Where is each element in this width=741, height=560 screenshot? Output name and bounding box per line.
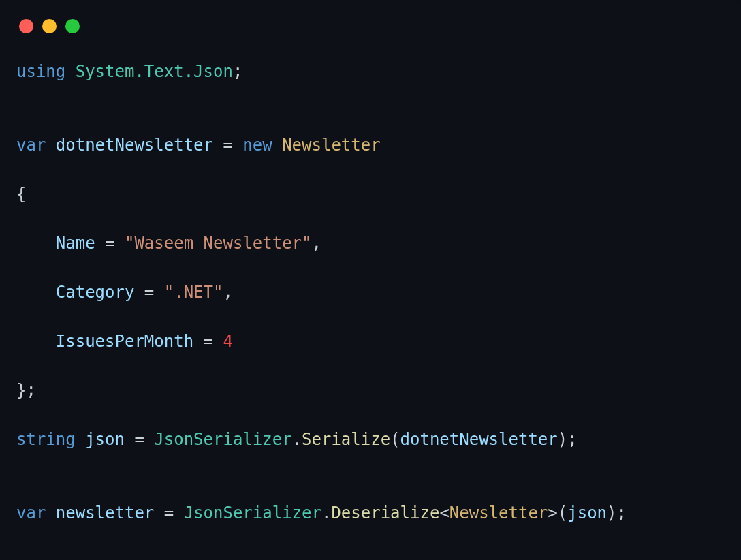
code-line: Name = "Waseem Newsletter", bbox=[16, 231, 725, 255]
method-name: Serialize bbox=[302, 430, 390, 449]
semicolon: ; bbox=[233, 62, 242, 81]
type-name: Newsletter bbox=[450, 503, 548, 523]
minimize-icon[interactable] bbox=[42, 19, 57, 33]
code-line: var newsletter = JsonSerializer.Deserial… bbox=[16, 501, 725, 525]
type-name: Newsletter bbox=[282, 136, 381, 155]
keyword-new: new bbox=[242, 136, 272, 155]
keyword-string: string bbox=[16, 430, 76, 449]
code-line: }; bbox=[16, 378, 725, 403]
code-window: using System.Text.Json; var dotnetNewsle… bbox=[0, 0, 741, 560]
operator-eq: = bbox=[164, 503, 174, 523]
code-line: var dotnetNewsletter = new Newsletter bbox=[16, 133, 725, 157]
maximize-icon[interactable] bbox=[65, 19, 80, 33]
window-titlebar bbox=[0, 0, 741, 46]
keyword-var: var bbox=[16, 136, 46, 155]
class-name: JsonSerializer bbox=[184, 503, 321, 523]
code-line: using System.Text.Json; bbox=[16, 59, 725, 84]
namespace: System.Text.Json bbox=[76, 62, 233, 81]
comma: , bbox=[223, 283, 232, 302]
paren-close: ); bbox=[558, 430, 578, 449]
property-name: Category bbox=[56, 283, 135, 302]
property-name: IssuesPerMonth bbox=[56, 332, 193, 351]
comma: , bbox=[312, 234, 321, 253]
operator-eq: = bbox=[223, 136, 232, 155]
operator-eq: = bbox=[204, 332, 213, 351]
angle-close: > bbox=[548, 503, 557, 523]
code-line: { bbox=[16, 182, 725, 206]
number-literal: 4 bbox=[223, 332, 232, 351]
brace-close: }; bbox=[16, 381, 36, 400]
code-line: string json = JsonSerializer.Serialize(d… bbox=[16, 427, 725, 452]
paren-close: ); bbox=[607, 503, 627, 523]
dot: . bbox=[321, 503, 331, 523]
identifier: newsletter bbox=[56, 503, 155, 523]
string-literal: ".NET" bbox=[164, 283, 223, 302]
keyword-using: using bbox=[16, 62, 65, 81]
operator-eq: = bbox=[134, 430, 144, 449]
argument: json bbox=[567, 503, 607, 523]
property-name: Name bbox=[56, 234, 95, 253]
brace-open: { bbox=[16, 185, 26, 204]
dot: . bbox=[292, 430, 302, 449]
code-line: Category = ".NET", bbox=[16, 280, 725, 305]
operator-eq: = bbox=[144, 283, 154, 302]
code-line: IssuesPerMonth = 4 bbox=[16, 329, 725, 354]
close-icon[interactable] bbox=[19, 19, 33, 33]
argument: dotnetNewsletter bbox=[400, 430, 558, 449]
angle-open: < bbox=[439, 503, 449, 523]
class-name: JsonSerializer bbox=[154, 430, 291, 449]
paren-open: ( bbox=[558, 503, 567, 523]
identifier: dotnetNewsletter bbox=[56, 136, 213, 155]
identifier: json bbox=[85, 430, 125, 449]
operator-eq: = bbox=[105, 234, 114, 253]
method-name: Deserialize bbox=[331, 503, 439, 523]
string-literal: "Waseem Newsletter" bbox=[125, 234, 312, 253]
code-editor[interactable]: using System.Text.Json; var dotnetNewsle… bbox=[0, 46, 741, 560]
paren-open: ( bbox=[390, 430, 400, 449]
keyword-var: var bbox=[16, 503, 46, 523]
